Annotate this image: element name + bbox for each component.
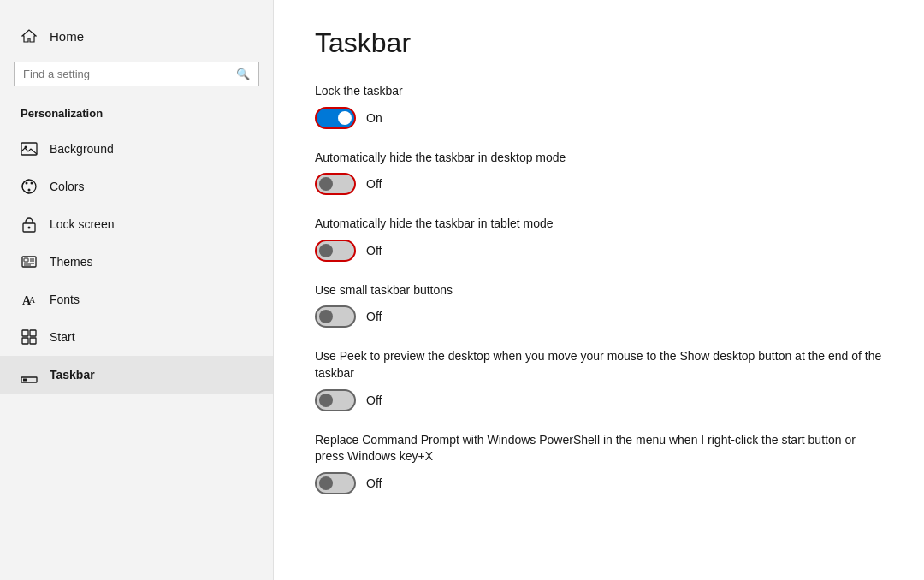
sidebar: Home 🔍 Personalization Background <box>0 0 274 580</box>
sidebar-item-colors[interactable]: Colors <box>0 168 273 205</box>
setting-peek: Use Peek to preview the desktop when you… <box>315 348 883 411</box>
toggle-status: Off <box>366 476 382 490</box>
setting-label: Lock the taskbar <box>315 83 883 100</box>
setting-hide-desktop: Automatically hide the taskbar in deskto… <box>315 150 883 196</box>
fonts-icon: A A <box>21 291 38 308</box>
sidebar-item-lockscreen[interactable]: Lock screen <box>0 205 273 243</box>
toggle-row: Off <box>315 472 883 494</box>
sidebar-nav: Background Colors <box>0 130 273 394</box>
sidebar-item-fonts[interactable]: A A Fonts <box>0 281 273 318</box>
sidebar-item-background[interactable]: Background <box>0 130 273 168</box>
sidebar-item-label: Lock screen <box>50 217 114 231</box>
home-label: Home <box>50 29 84 44</box>
lockscreen-icon <box>21 216 38 233</box>
sidebar-item-label: Background <box>50 142 114 156</box>
search-icon: 🔍 <box>236 68 250 80</box>
sidebar-item-label: Taskbar <box>50 368 95 382</box>
svg-rect-21 <box>23 379 27 382</box>
search-input[interactable] <box>23 68 229 80</box>
svg-point-5 <box>28 189 31 192</box>
small-buttons-toggle[interactable] <box>315 305 356 328</box>
lock-taskbar-toggle[interactable] <box>315 107 356 129</box>
toggle-status: Off <box>366 310 382 323</box>
sidebar-item-taskbar[interactable]: Taskbar <box>0 356 273 394</box>
sidebar-home[interactable]: Home <box>0 17 273 55</box>
toggle-row: Off <box>315 389 883 411</box>
sidebar-item-label: Colors <box>50 180 84 193</box>
svg-rect-18 <box>22 338 28 344</box>
svg-text:A: A <box>29 295 36 305</box>
toggle-row: Off <box>315 240 883 262</box>
sidebar-item-themes[interactable]: Themes <box>0 243 273 281</box>
toggle-status: On <box>366 111 382 125</box>
background-icon <box>21 140 38 157</box>
sidebar-item-label: Themes <box>50 255 93 269</box>
setting-lock-taskbar: Lock the taskbar On <box>315 83 883 129</box>
toggle-row: Off <box>315 173 883 195</box>
themes-icon <box>21 253 38 270</box>
hide-desktop-toggle[interactable] <box>315 173 356 195</box>
setting-label: Use small taskbar buttons <box>315 282 883 299</box>
sidebar-item-label: Start <box>50 330 75 344</box>
peek-toggle[interactable] <box>315 389 356 411</box>
search-box[interactable]: 🔍 <box>14 62 259 86</box>
powershell-toggle[interactable] <box>315 472 356 494</box>
colors-icon <box>21 178 38 195</box>
taskbar-icon <box>21 366 38 383</box>
toggle-status: Off <box>366 177 382 191</box>
svg-point-7 <box>28 227 31 229</box>
setting-label: Replace Command Prompt with Windows Powe… <box>315 432 883 465</box>
setting-label: Automatically hide the taskbar in deskto… <box>315 150 883 167</box>
setting-label: Use Peek to preview the desktop when you… <box>315 348 883 382</box>
svg-rect-17 <box>30 330 36 336</box>
svg-point-4 <box>31 182 33 185</box>
home-icon <box>21 27 38 44</box>
svg-rect-16 <box>22 330 28 336</box>
svg-point-1 <box>25 146 27 149</box>
setting-powershell: Replace Command Prompt with Windows Powe… <box>315 432 883 494</box>
svg-point-3 <box>26 182 28 185</box>
toggle-row: On <box>315 107 883 129</box>
setting-small-buttons: Use small taskbar buttons Off <box>315 282 883 328</box>
svg-rect-9 <box>24 258 28 262</box>
toggle-row: Off <box>315 305 883 328</box>
toggle-status: Off <box>366 244 382 257</box>
start-icon <box>21 328 38 346</box>
sidebar-item-label: Fonts <box>50 293 80 306</box>
toggle-status: Off <box>366 394 382 407</box>
svg-rect-19 <box>30 338 36 344</box>
setting-label: Automatically hide the taskbar in tablet… <box>315 216 883 233</box>
main-content: Taskbar Lock the taskbar On Automaticall… <box>274 0 924 580</box>
hide-tablet-toggle[interactable] <box>315 240 356 262</box>
setting-hide-tablet: Automatically hide the taskbar in tablet… <box>315 216 883 262</box>
sidebar-item-start[interactable]: Start <box>0 318 273 356</box>
page-title: Taskbar <box>315 27 883 59</box>
section-title: Personalization <box>0 100 273 130</box>
